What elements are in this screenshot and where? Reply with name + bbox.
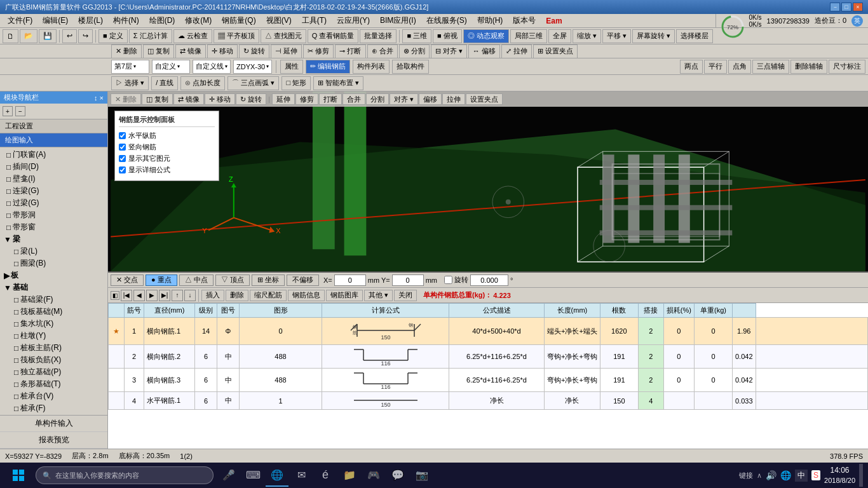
rotate-check[interactable] <box>444 276 452 284</box>
menu-file[interactable]: 文件(F) <box>3 14 37 27</box>
vp-extend-btn[interactable]: 延伸 <box>272 93 295 105</box>
tb-extend-btn[interactable]: ⊣ 延伸 <box>271 44 302 58</box>
tb-rotate2-btn[interactable]: ↻ 旋转 <box>239 44 269 58</box>
menu-draw[interactable]: 绘图(D) <box>144 14 180 27</box>
sidebar-item-draw[interactable]: 绘图输入 <box>0 133 107 147</box>
taskbar-icon-mail[interactable]: ✉ <box>290 464 313 487</box>
tb-copy-btn[interactable]: ◫ 复制 <box>143 44 174 58</box>
menu-bim[interactable]: BIM应用(I) <box>375 14 421 27</box>
tb-parallel-btn[interactable]: 平行 <box>704 60 727 74</box>
tb-stretch-btn[interactable]: ⤢ 拉伸 <box>501 44 532 58</box>
rebar-delete-btn[interactable]: 删除 <box>226 290 248 301</box>
tb-pointlength-btn[interactable]: ⊙ 点加长度 <box>180 76 225 90</box>
tb-line-btn[interactable]: / 直线 <box>151 76 178 90</box>
tb-align2-btn[interactable]: ⊟ 对齐 ▾ <box>431 44 467 58</box>
taskbar-icon-mic[interactable]: 🎤 <box>217 464 240 487</box>
tree-fndbeam[interactable]: □基础梁(F) <box>1 294 106 306</box>
chk-showformula[interactable] <box>119 166 126 173</box>
tb-grip-btn[interactable]: ⊞ 设置夹点 <box>533 44 578 58</box>
tree-group-beam[interactable]: ▼梁 <box>1 233 106 245</box>
tree-pilecap[interactable]: □柱墩(Y) <box>1 330 106 342</box>
tb-smartplace-btn[interactable]: ⊞ 智能布置 ▾ <box>313 76 363 90</box>
tb-split-btn[interactable]: ⊗ 分割 <box>399 44 430 58</box>
sidebar-remove-btn[interactable]: − <box>15 106 25 116</box>
sidebar-controls[interactable]: ↕ × <box>94 94 104 102</box>
taskbar-icon-folder[interactable]: 📁 <box>338 464 361 487</box>
tree-ringbeam[interactable]: □圈梁(B) <box>1 257 106 269</box>
tree-conbeam[interactable]: □连梁(G) <box>1 185 106 197</box>
tb-move-btn[interactable]: ✛ 移动 <box>207 44 238 58</box>
start-button[interactable] <box>3 464 34 487</box>
vp-align-btn[interactable]: 对齐 ▾ <box>390 93 418 105</box>
menu-online[interactable]: 在线服务(S) <box>421 14 472 27</box>
tb-trim-btn[interactable]: ✂ 修剪 <box>303 44 334 58</box>
vp-trim-btn[interactable]: 修剪 <box>295 93 318 105</box>
sidebar-add-btn[interactable]: + <box>3 106 13 116</box>
tb-rect-btn[interactable]: □ 矩形 <box>281 76 311 90</box>
menu-rebar[interactable]: 钢筋量(Q) <box>217 14 261 27</box>
menu-eam[interactable]: Eam <box>541 15 567 27</box>
tray-expand[interactable]: ∧ <box>757 471 762 480</box>
menu-floor[interactable]: 楼层(L) <box>73 14 108 27</box>
taskbar-icon-ie[interactable]: 🌐 <box>266 464 288 487</box>
rebar-collapse-btn[interactable]: ◧ <box>111 291 119 300</box>
tb-viewrebar-btn[interactable]: Q 查看钢筋量 <box>308 29 359 43</box>
menu-edit[interactable]: 编辑(E) <box>37 14 73 27</box>
tree-isofnd[interactable]: □独立基础(P) <box>1 366 106 378</box>
check-vertical[interactable]: 竖向钢筋 <box>119 142 215 152</box>
maximize-button[interactable]: □ <box>841 3 851 11</box>
tb-twopoint-btn[interactable]: 两点 <box>680 60 703 74</box>
rebar-close-btn[interactable]: 关闭 <box>394 290 417 301</box>
tb-open-btn[interactable]: 📂 <box>20 29 37 43</box>
show-desktop-btn[interactable] <box>859 464 863 487</box>
tb-top-btn[interactable]: ■ 俯视 <box>433 29 462 43</box>
tree-window[interactable]: □门联窗(A) <box>1 149 106 161</box>
tb-select-btn[interactable]: ▷ 选择 ▾ <box>111 76 149 90</box>
rotate-input[interactable] <box>470 274 508 286</box>
snap-intersect-btn[interactable]: ✕ 交点 <box>111 274 144 286</box>
menu-view[interactable]: 视图(V) <box>261 14 297 27</box>
tree-sump[interactable]: □集水坑(K) <box>1 318 106 330</box>
vp-copy-btn[interactable]: ◫ 复制 <box>142 93 173 105</box>
tb-batch-btn[interactable]: 批量选择 <box>360 29 397 43</box>
layer-type-select[interactable]: 自定义 ▾ <box>152 60 190 74</box>
table-row[interactable]: 4 水平钢筋.1 6 中 1 150 净长 净长 15 <box>109 392 868 410</box>
nav-last-btn[interactable]: ▶| <box>159 290 170 301</box>
tb-break-btn[interactable]: ⊸ 打断 <box>335 44 365 58</box>
tb-merge-btn[interactable]: ⊕ 合并 <box>367 44 398 58</box>
menu-version[interactable]: 版本号 <box>508 14 541 27</box>
tb-pointangle-btn[interactable]: 点角 <box>728 60 751 74</box>
tray-network-icon[interactable]: 🌐 <box>780 470 791 480</box>
tree-group-foundation[interactable]: ▼基础 <box>1 281 106 294</box>
tb-delete-btn[interactable]: ✕ 删除 <box>111 44 142 58</box>
taskbar-search-box[interactable]: 🔍 在这里输入你要搜索的内容 <box>36 466 214 484</box>
rebar-scale-btn[interactable]: 缩尺配筋 <box>250 290 287 301</box>
rebar-table-container[interactable]: 筋号 直径(mm) 级别 图号 图形 计算公式 公式描述 长度(mm) 根数 搭… <box>108 303 868 449</box>
tray-antivirus-icon[interactable]: S <box>811 470 820 480</box>
tb-local3d-btn[interactable]: 局部三维 <box>510 29 547 43</box>
tb-pickup-btn[interactable]: 拾取构件 <box>392 60 429 74</box>
vp-grip-btn[interactable]: 设置夹点 <box>466 93 503 105</box>
code-select[interactable]: ZDYX-30 ▾ <box>233 60 272 74</box>
chk-showother[interactable] <box>119 155 126 162</box>
line-type-select[interactable]: 自定义线 ▾ <box>193 60 231 74</box>
tree-stripfnd[interactable]: □条形基础(T) <box>1 378 106 390</box>
tree-insert[interactable]: □插间(D) <box>1 161 106 173</box>
rebar-lib-btn[interactable]: 钢筋图库 <box>326 290 363 301</box>
menu-component[interactable]: 构件(N) <box>108 14 144 27</box>
taskbar-icon-cam[interactable]: 📷 <box>410 464 433 487</box>
tree-raftneg[interactable]: □筏板负筋(X) <box>1 354 106 366</box>
tb-arc-btn[interactable]: ⌒ 三点画弧 ▾ <box>227 76 279 90</box>
tb-dimension-btn[interactable]: 尺寸标注 <box>829 60 865 74</box>
tb-pan-btn[interactable]: 平移 ▾ <box>602 29 631 43</box>
table-row[interactable]: 3 横向钢筋.3 6 中 488 116 <box>109 369 868 392</box>
viewport-3d[interactable]: 钢筋显示控制面板 水平纵筋 竖向钢筋 显示其它图元 显示详细公式 <box>108 92 868 273</box>
check-showother[interactable]: 显示其它图元 <box>119 154 215 163</box>
tb-rotate-btn[interactable]: 屏幕旋转 ▾ <box>632 29 675 43</box>
snap-nooffset-btn[interactable]: 不偏移 <box>287 274 319 286</box>
taskbar-icon-ie2[interactable]: é <box>314 464 337 487</box>
vp-stretch-btn[interactable]: 拉伸 <box>442 93 465 105</box>
tb-mirror-btn[interactable]: ⇄ 镜像 <box>175 44 206 58</box>
nav-first-btn[interactable]: |◀ <box>121 290 132 301</box>
report-preview-btn[interactable]: 报表预览 <box>0 432 107 449</box>
